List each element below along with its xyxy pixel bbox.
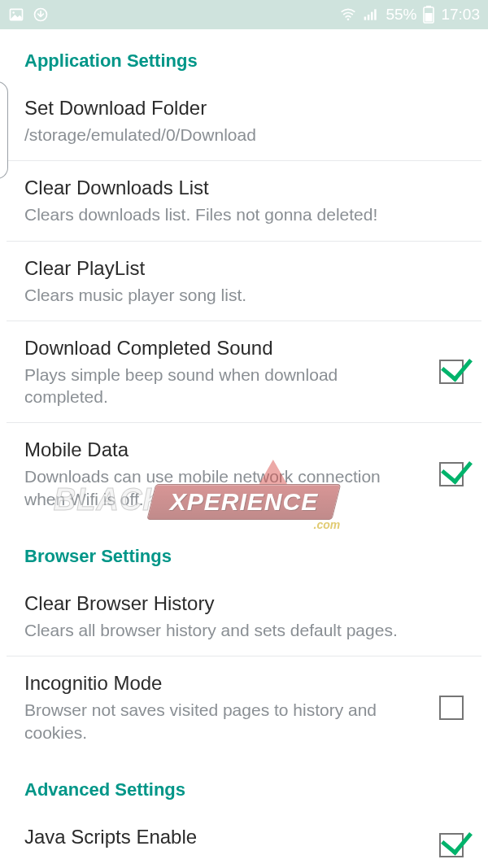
settings-list: Application Settings Set Download Folder… (0, 29, 488, 857)
setting-clear-playlist[interactable]: Clear PlayList Clears music player song … (0, 242, 488, 321)
setting-clear-downloads[interactable]: Clear Downloads List Clears downloads li… (0, 161, 488, 240)
setting-javascripts[interactable]: Java Scripts Enable (0, 810, 488, 857)
setting-download-folder[interactable]: Set Download Folder /storage/emulated/0/… (0, 81, 488, 160)
svg-rect-10 (425, 13, 433, 22)
status-bar: 55% 17:03 (0, 0, 488, 29)
setting-subtitle: Browser not saves visited pages to histo… (24, 699, 423, 744)
setting-completed-sound[interactable]: Download Completed Sound Plays simple be… (0, 321, 488, 423)
svg-rect-5 (368, 15, 370, 20)
setting-title: Mobile Data (24, 438, 423, 462)
setting-title: Clear Downloads List (24, 176, 464, 200)
wifi-icon (340, 7, 356, 22)
svg-point-3 (347, 19, 350, 21)
clock-text: 17:03 (441, 6, 480, 24)
setting-title: Clear Browser History (24, 591, 464, 616)
svg-rect-4 (364, 17, 367, 20)
setting-title: Java Scripts Enable (24, 825, 423, 849)
svg-rect-7 (375, 9, 377, 20)
setting-title: Clear PlayList (24, 256, 464, 281)
drawer-handle[interactable] (0, 81, 8, 179)
svg-rect-6 (371, 12, 373, 20)
battery-percent: 55% (386, 6, 416, 24)
image-icon (8, 7, 24, 23)
setting-title: Set Download Folder (24, 96, 464, 120)
checkbox-completed-sound[interactable] (439, 360, 464, 384)
setting-subtitle: Clears music player song list. (24, 284, 464, 306)
checkbox-javascripts[interactable] (439, 833, 464, 857)
setting-subtitle: Clears downloads list. Files not gonna d… (24, 203, 464, 225)
signal-icon (363, 7, 379, 22)
setting-title: Download Completed Sound (24, 336, 423, 360)
svg-point-1 (12, 11, 15, 14)
checkbox-incognito[interactable] (439, 696, 464, 720)
setting-subtitle: /storage/emulated/0/Download (24, 124, 464, 146)
setting-subtitle: Plays simple beep sound when download co… (24, 364, 423, 408)
section-header-browser: Browser Settings (0, 525, 488, 577)
battery-icon (423, 6, 434, 24)
section-header-application: Application Settings (0, 29, 488, 81)
setting-subtitle: Downloads can use mobile network connect… (24, 465, 423, 510)
setting-mobile-data[interactable]: Mobile Data Downloads can use mobile net… (0, 423, 488, 525)
setting-incognito[interactable]: Incognitio Mode Browser not saves visite… (0, 656, 488, 758)
setting-title: Incognitio Mode (24, 671, 423, 696)
checkbox-mobile-data[interactable] (439, 462, 464, 486)
setting-clear-history[interactable]: Clear Browser History Clears all browser… (0, 577, 488, 656)
download-icon (33, 7, 49, 23)
setting-subtitle: Clears all browser history and sets defa… (24, 619, 464, 641)
section-header-advanced: Advanced Settings (0, 758, 488, 810)
